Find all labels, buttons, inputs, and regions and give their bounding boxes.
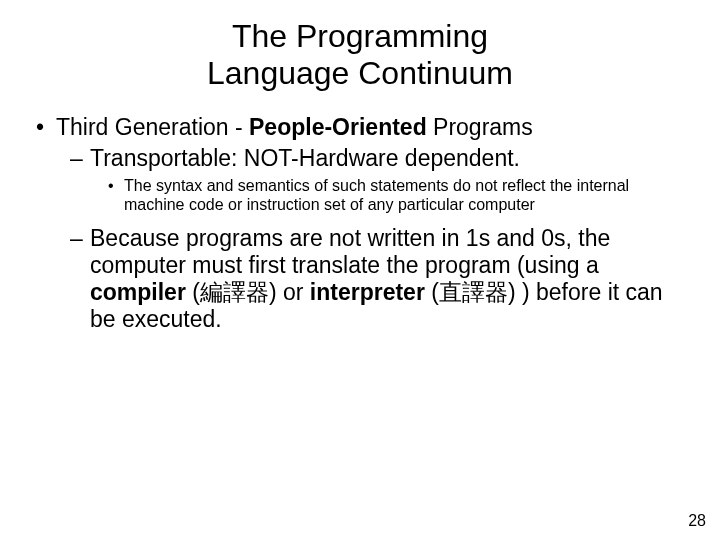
bullet-level1: Third Generation - People-Oriented Progr… [30,114,690,141]
slide-title: The Programming Language Continuum [0,0,720,92]
bullet4-interpreter: interpreter [310,279,425,305]
bullet3-text: The syntax and semantics of such stateme… [124,177,629,214]
bullet2-text: Transportable: NOT-Hardware dependent. [90,145,520,171]
bullet4-part-b: (編譯器) or [186,279,310,305]
bullet-level2-translate: Because programs are not written in 1s a… [30,225,690,334]
slide-body: Third Generation - People-Oriented Progr… [0,92,720,334]
bullet-level2-transportable: Transportable: NOT-Hardware dependent. [30,145,690,172]
title-line-1: The Programming [232,18,488,54]
bullet1-post: Programs [427,114,533,140]
page-number: 28 [688,512,706,530]
bullet4-part-a: Because programs are not written in 1s a… [90,225,610,278]
bullet-level3-syntax: The syntax and semantics of such stateme… [30,176,690,215]
bullet4-compiler: compiler [90,279,186,305]
bullet1-bold: People-Oriented [249,114,427,140]
title-line-2: Language Continuum [207,55,513,91]
bullet1-pre: Third Generation - [56,114,249,140]
slide: The Programming Language Continuum Third… [0,0,720,540]
